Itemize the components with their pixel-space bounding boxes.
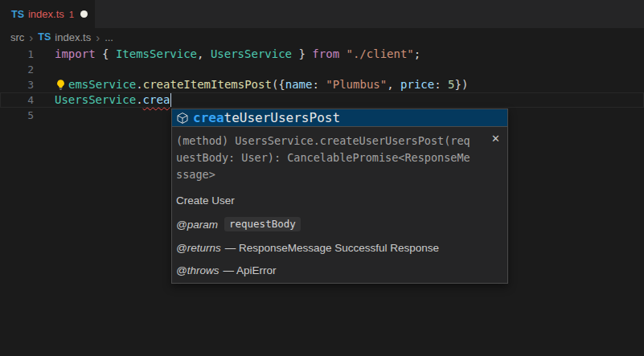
line-number: 5 bbox=[0, 108, 34, 123]
line-number: 3 bbox=[0, 77, 34, 92]
code-token: "Plumbus" bbox=[326, 77, 387, 92]
tag-text: — ApiError bbox=[223, 264, 276, 276]
code-line-3[interactable]: 3emsService.createItemItemsPost({name: "… bbox=[0, 77, 644, 92]
tab-label: index.ts bbox=[28, 8, 64, 20]
code-token: : bbox=[312, 77, 326, 92]
code-line-4[interactable]: 4UsersService.crea bbox=[0, 92, 644, 108]
chevron-right-icon: › bbox=[29, 31, 33, 43]
suggest-widget: createUserUsersPost ✕ (method) UsersServ… bbox=[171, 108, 508, 284]
code-token: . bbox=[136, 77, 142, 92]
suggest-item-createUserUsersPost[interactable]: createUserUsersPost bbox=[172, 109, 507, 126]
breadcrumb-item-src[interactable]: src bbox=[10, 31, 24, 43]
editor[interactable]: 1import { ItemsService, UsersService } f… bbox=[0, 46, 644, 356]
lightbulb-icon[interactable] bbox=[55, 79, 68, 91]
method-signature: (method) UsersService.createUserUsersPos… bbox=[176, 133, 488, 183]
code-token: 5 bbox=[448, 77, 454, 92]
code-token: ItemsService bbox=[116, 47, 197, 62]
text-cursor bbox=[170, 93, 172, 107]
inline-code-chip: requestBody bbox=[224, 217, 301, 231]
code-token: : bbox=[434, 77, 448, 92]
docs-tag-throws: @throws— ApiError bbox=[176, 264, 488, 276]
line-content[interactable]: UsersService.crea bbox=[55, 92, 171, 108]
breadcrumb-item-more[interactable]: ... bbox=[105, 31, 113, 43]
docs-tags: @paramrequestBody@returns— ResponseMessa… bbox=[176, 217, 488, 276]
code-token: ; bbox=[414, 47, 420, 62]
line-number: 1 bbox=[0, 47, 34, 62]
code-token: } bbox=[292, 47, 312, 62]
tag-label: @returns bbox=[176, 242, 221, 254]
code-token: }) bbox=[455, 77, 469, 92]
code-token: ({ bbox=[272, 77, 285, 92]
close-icon[interactable]: ✕ bbox=[491, 133, 500, 144]
code-token: UsersService bbox=[55, 92, 136, 108]
code-token: "./client" bbox=[347, 47, 414, 62]
code-token: name bbox=[285, 77, 313, 92]
modified-dot-icon[interactable] bbox=[80, 10, 88, 18]
code-token: crea bbox=[143, 92, 170, 108]
chevron-right-icon: › bbox=[96, 31, 100, 43]
tab-index-ts[interactable]: TS index.ts 1 bbox=[0, 0, 95, 28]
code-token: { bbox=[102, 47, 116, 62]
tab-error-count-badge: 1 bbox=[69, 10, 74, 19]
symbol-method-icon bbox=[176, 112, 189, 125]
code-token: createItemItemsPost bbox=[143, 77, 272, 92]
tag-text: — ResponseMessage Successful Response bbox=[225, 242, 439, 254]
breadcrumb-item-file[interactable]: index.ts bbox=[55, 31, 91, 43]
suggest-item-label: createUserUsersPost bbox=[193, 110, 340, 125]
code-token: , bbox=[197, 47, 211, 62]
line-number: 4 bbox=[0, 92, 34, 108]
docs-summary: Create User bbox=[176, 194, 488, 207]
code-line-1[interactable]: 1import { ItemsService, UsersService } f… bbox=[0, 47, 644, 62]
tag-label: @param bbox=[176, 219, 218, 231]
code-token: from bbox=[312, 47, 346, 62]
line-number: 2 bbox=[0, 62, 34, 77]
code-token: emsService bbox=[68, 77, 136, 92]
typescript-file-icon: TS bbox=[11, 9, 24, 20]
line-content[interactable]: import { ItemsService, UsersService } fr… bbox=[55, 47, 420, 62]
code-token: . bbox=[136, 92, 142, 108]
breadcrumb: src › TS index.ts › ... bbox=[0, 28, 644, 46]
code-line-2[interactable]: 2 bbox=[0, 62, 644, 77]
suggest-docs-panel: ✕ (method) UsersService.createUserUsersP… bbox=[172, 126, 507, 283]
line-content[interactable]: emsService.createItemItemsPost({name: "P… bbox=[55, 77, 468, 92]
code-token: , bbox=[387, 77, 400, 92]
window: TS index.ts 1 src › TS index.ts › ... 1i… bbox=[0, 0, 644, 356]
typescript-file-icon: TS bbox=[38, 31, 51, 43]
code-token: UsersService bbox=[211, 47, 292, 62]
tab-bar: TS index.ts 1 bbox=[0, 0, 644, 28]
code-token: price bbox=[400, 77, 434, 92]
tab-strip-empty bbox=[95, 0, 644, 28]
docs-tag-returns: @returns— ResponseMessage Successful Res… bbox=[176, 242, 488, 254]
tag-label: @throws bbox=[176, 264, 219, 276]
docs-tag-param: @paramrequestBody bbox=[176, 217, 488, 231]
code-token: import bbox=[55, 47, 102, 62]
